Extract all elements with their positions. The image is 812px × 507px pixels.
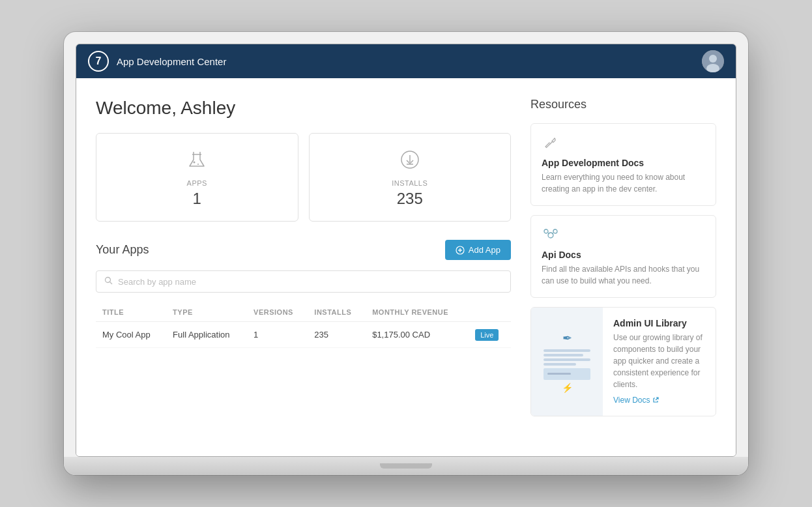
api-docs-title: Api Docs bbox=[542, 250, 705, 260]
avatar-circle bbox=[702, 50, 724, 72]
svg-line-13 bbox=[110, 282, 113, 285]
apps-label: APPS bbox=[187, 179, 207, 187]
search-input[interactable] bbox=[118, 277, 502, 287]
welcome-title: Welcome, Ashley bbox=[96, 98, 511, 119]
col-installs: INSTALLS bbox=[308, 303, 366, 322]
avatar-image bbox=[702, 50, 724, 72]
col-revenue: MONTHLY REVENUE bbox=[366, 303, 469, 322]
search-icon bbox=[104, 276, 113, 287]
app-type-cell: Full Application bbox=[166, 322, 247, 348]
app-docs-desc: Learn everything you need to know about … bbox=[542, 171, 705, 195]
installs-stat-card: INSTALLS 235 bbox=[309, 133, 512, 222]
svg-point-16 bbox=[544, 229, 548, 233]
flask-icon bbox=[184, 147, 210, 173]
resource-card-admin-ui[interactable]: ✒ ⚡ bbox=[530, 307, 716, 416]
resources-title: Resources bbox=[530, 98, 716, 111]
view-docs-link[interactable]: View Docs bbox=[613, 396, 659, 405]
app-logo: 7 bbox=[88, 51, 109, 72]
apps-table: TITLE TYPE VERSIONS INSTALLS MONTHLY REV… bbox=[96, 303, 511, 348]
app-revenue-cell: $1,175.00 CAD bbox=[366, 322, 469, 348]
app-status-cell: Live bbox=[469, 322, 511, 348]
user-avatar[interactable] bbox=[702, 50, 724, 72]
header-left: 7 App Development Center bbox=[88, 51, 226, 72]
right-panel: Resources App Development Docs Learn eve… bbox=[530, 98, 716, 430]
admin-ui-image: ✒ ⚡ bbox=[531, 308, 603, 416]
app-docs-title: App Development Docs bbox=[542, 158, 705, 168]
main-content: Welcome, Ashley APPS 1 bbox=[76, 78, 736, 456]
col-type: TYPE bbox=[166, 303, 247, 322]
resource-card-api-docs[interactable]: Api Docs Find all the available APIs and… bbox=[530, 215, 716, 298]
admin-ui-title: Admin UI Library bbox=[613, 318, 705, 328]
installs-label: INSTALLS bbox=[392, 179, 428, 187]
search-bar[interactable] bbox=[96, 270, 511, 293]
col-title: TITLE bbox=[96, 303, 166, 322]
svg-point-17 bbox=[553, 229, 557, 233]
apps-stat-card: APPS 1 bbox=[96, 133, 298, 222]
resource-card-app-docs[interactable]: App Development Docs Learn everything yo… bbox=[530, 123, 716, 206]
app-title-cell: My Cool App bbox=[96, 322, 166, 348]
admin-ui-text: Admin UI Library Use our growing library… bbox=[603, 308, 716, 416]
left-panel: Welcome, Ashley APPS 1 bbox=[96, 98, 511, 430]
apps-value: 1 bbox=[193, 190, 201, 208]
download-icon bbox=[397, 147, 423, 173]
app-versions-cell: 1 bbox=[247, 322, 308, 348]
status-badge: Live bbox=[475, 329, 499, 341]
table-header-row: TITLE TYPE VERSIONS INSTALLS MONTHLY REV… bbox=[96, 303, 511, 322]
laptop-base bbox=[64, 457, 748, 475]
svg-point-5 bbox=[197, 164, 199, 165]
col-versions: VERSIONS bbox=[247, 303, 308, 322]
table-row[interactable]: My Cool App Full Application 1 235 $1,17… bbox=[96, 322, 511, 348]
add-icon bbox=[456, 246, 465, 255]
app-installs-cell: 235 bbox=[308, 322, 366, 348]
api-icon bbox=[542, 226, 560, 244]
laptop-screen: 7 App Development Center Welcome, Ashley bbox=[76, 44, 736, 457]
col-status bbox=[469, 303, 511, 322]
your-apps-header: Your Apps Add App bbox=[96, 240, 511, 260]
your-apps-title: Your Apps bbox=[96, 243, 149, 257]
add-app-button[interactable]: Add App bbox=[445, 240, 511, 260]
header-title: App Development Center bbox=[117, 56, 226, 67]
external-link-icon bbox=[652, 397, 659, 403]
stats-row: APPS 1 INSTALLS 2 bbox=[96, 133, 511, 222]
laptop-wrapper: 7 App Development Center Welcome, Ashley bbox=[64, 32, 748, 475]
header: 7 App Development Center bbox=[76, 44, 736, 78]
svg-point-12 bbox=[106, 278, 111, 283]
api-docs-desc: Find all the available APIs and hooks th… bbox=[542, 263, 705, 287]
svg-point-1 bbox=[709, 55, 717, 63]
admin-ui-desc: Use our growing library of components to… bbox=[613, 332, 705, 390]
svg-line-14 bbox=[550, 141, 553, 144]
admin-ui-body: ✒ ⚡ bbox=[531, 308, 716, 416]
laptop-notch bbox=[380, 463, 432, 469]
installs-value: 235 bbox=[397, 190, 423, 208]
svg-point-4 bbox=[194, 162, 196, 164]
wrench-icon bbox=[542, 134, 560, 152]
